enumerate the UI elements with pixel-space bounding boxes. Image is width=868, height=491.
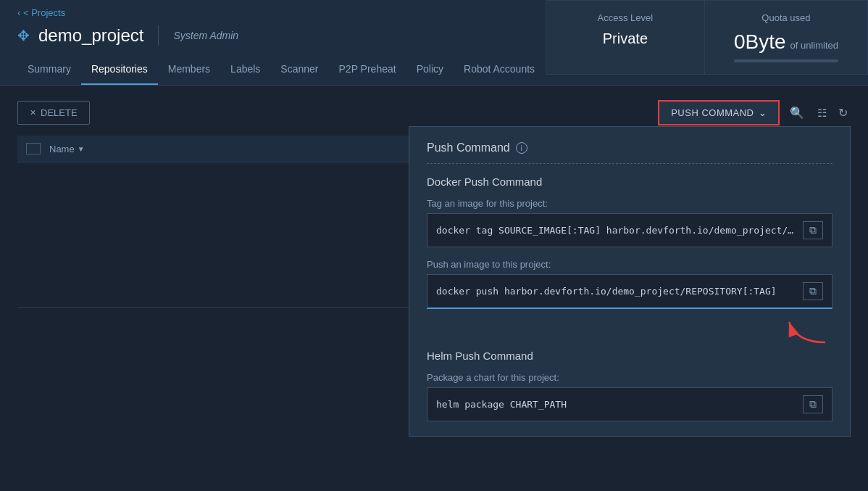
- dropdown-divider: [427, 163, 832, 164]
- push-command-button[interactable]: PUSH COMMAND ⌄: [658, 100, 780, 125]
- quota-bar: [734, 59, 838, 62]
- tag-cmd-text: docker tag SOURCE_IMAGE[:TAG] harbor.dev…: [436, 225, 797, 236]
- toolbar: ✕ DELETE PUSH COMMAND ⌄ 🔍 ☷: [17, 100, 851, 125]
- back-label: < Projects: [23, 7, 65, 18]
- filter-icon[interactable]: ▼: [78, 145, 85, 153]
- helm-cmd-text: helm package CHART_PATH: [436, 399, 797, 410]
- project-role: System Admin: [173, 30, 238, 41]
- search-icon: 🔍: [790, 107, 804, 119]
- tab-labels[interactable]: Labels: [220, 54, 270, 85]
- access-level-label: Access Level: [575, 12, 675, 23]
- access-level-card: Access Level Private: [546, 0, 705, 75]
- dropdown-title-text: Push Command: [427, 141, 510, 154]
- tab-robot-accounts[interactable]: Robot Accounts: [454, 54, 545, 85]
- push-label: Push an image to this project:: [427, 259, 832, 270]
- delete-x-icon: ✕: [30, 108, 36, 117]
- grid-icon: ☷: [817, 107, 827, 119]
- push-command-chevron-icon: ⌄: [759, 107, 767, 118]
- helm-section-title: Helm Push Command: [427, 350, 832, 362]
- quota-label: Quota used: [734, 12, 838, 23]
- red-arrow-icon: [775, 315, 832, 344]
- quota-suffix: of unlimited: [790, 40, 838, 51]
- access-level-value: Private: [575, 30, 675, 47]
- helm-cmd-box: helm package CHART_PATH ⧉: [427, 387, 832, 421]
- docker-section-title: Docker Push Command: [427, 176, 832, 188]
- tab-members[interactable]: Members: [158, 54, 220, 85]
- tab-policy[interactable]: Policy: [406, 54, 454, 85]
- tab-scanner[interactable]: Scanner: [270, 54, 328, 85]
- tab-repositories[interactable]: Repositories: [81, 54, 158, 85]
- tag-label: Tag an image for this project:: [427, 198, 832, 209]
- project-name: demo_project: [38, 25, 143, 46]
- dropdown-title: Push Command i: [427, 141, 832, 154]
- search-button[interactable]: 🔍: [785, 102, 809, 124]
- quota-card: Quota used 0Byte of unlimited: [705, 0, 868, 75]
- select-all-checkbox[interactable]: [26, 143, 41, 154]
- push-cmd-box: docker push harbor.devforth.io/demo_proj…: [427, 274, 832, 309]
- tag-cmd-box: docker tag SOURCE_IMAGE[:TAG] harbor.dev…: [427, 213, 832, 247]
- refresh-button[interactable]: ↻: [835, 103, 851, 123]
- refresh-icon: ↻: [838, 107, 848, 119]
- helm-label: Package a chart for this project:: [427, 372, 832, 383]
- project-icon: ✥: [17, 27, 30, 44]
- tab-summary[interactable]: Summary: [17, 54, 81, 85]
- push-copy-button[interactable]: ⧉: [803, 282, 823, 300]
- helm-copy-button[interactable]: ⧉: [803, 395, 823, 413]
- back-icon: ‹: [17, 7, 20, 18]
- info-circle-icon[interactable]: i: [516, 142, 527, 154]
- push-cmd-text: docker push harbor.devforth.io/demo_proj…: [436, 286, 797, 297]
- quota-value: 0Byte: [734, 30, 786, 54]
- tab-p2p-preheat[interactable]: P2P Preheat: [329, 54, 406, 85]
- name-col-label: Name: [49, 144, 75, 154]
- arrow-indicator: [427, 315, 832, 344]
- delete-label: DELETE: [41, 107, 78, 118]
- push-command-label: PUSH COMMAND: [671, 107, 754, 118]
- push-command-dropdown: Push Command i Docker Push Command Tag a…: [409, 126, 851, 437]
- delete-button[interactable]: ✕ DELETE: [17, 101, 90, 125]
- tag-copy-button[interactable]: ⧉: [803, 221, 823, 239]
- grid-view-button[interactable]: ☷: [814, 104, 830, 123]
